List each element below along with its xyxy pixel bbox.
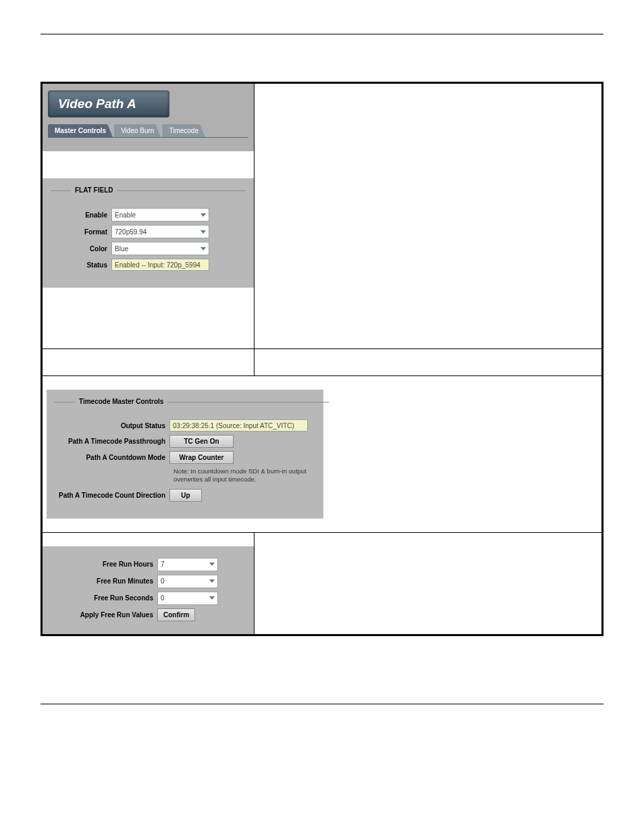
passthrough-label: Path A Timecode Passthrough <box>55 438 169 445</box>
countdown-note: Note: In countdown mode SDI & burn-in ou… <box>173 467 329 484</box>
page-rule-bottom <box>41 704 603 704</box>
chevron-down-icon <box>209 596 215 600</box>
status-label: Status <box>51 261 111 269</box>
tab-underline <box>48 137 248 138</box>
free-run-seconds-label: Free Run Seconds <box>49 594 157 602</box>
format-value: 720p59.94 <box>115 228 146 236</box>
tc-master-legend: Timecode Master Controls <box>75 398 167 405</box>
output-status-readout: 03:29:38:25.1 (Source: Input ATC_VITC) <box>169 419 308 432</box>
chevron-down-icon <box>209 579 215 583</box>
free-run-seconds-dropdown[interactable]: 0 <box>157 592 218 605</box>
count-direction-button[interactable]: Up <box>169 489 202 502</box>
format-label: Format <box>51 228 111 236</box>
chevron-down-icon <box>200 230 206 234</box>
format-dropdown[interactable]: 720p59.94 <box>111 225 209 238</box>
free-run-minutes-value: 0 <box>161 577 165 585</box>
tab-row: Master Controls Video Burn Timecode <box>48 124 248 137</box>
tab-master-controls[interactable]: Master Controls <box>48 124 113 137</box>
video-path-title: Video Path A <box>48 90 169 118</box>
enable-label: Enable <box>51 211 111 219</box>
free-run-minutes-dropdown[interactable]: 0 <box>157 575 218 588</box>
page-rule-top <box>41 34 603 34</box>
status-value: Enabled -- Input: 720p_5994 <box>115 261 200 269</box>
enable-value: Enable <box>115 211 136 219</box>
timecode-master-panel: Timecode Master Controls Output Status 0… <box>47 390 323 519</box>
output-status-label: Output Status <box>55 422 169 429</box>
color-dropdown[interactable]: Blue <box>111 242 209 255</box>
free-run-minutes-label: Free Run Minutes <box>49 577 157 585</box>
free-run-hours-label: Free Run Hours <box>49 561 157 568</box>
main-content-box: Video Path A Master Controls Video Burn … <box>41 82 603 636</box>
tab-timecode[interactable]: Timecode <box>162 124 205 137</box>
output-status-value: 03:29:38:25.1 (Source: Input ATC_VITC) <box>173 422 294 429</box>
chevron-down-icon <box>200 247 206 251</box>
tab-video-burn[interactable]: Video Burn <box>114 124 161 137</box>
flat-field-panel: FLAT FIELD Enable Enable Format <box>43 178 254 288</box>
color-label: Color <box>51 245 111 253</box>
confirm-button[interactable]: Confirm <box>157 608 195 621</box>
flat-field-legend: FLAT FIELD <box>71 186 117 194</box>
apply-free-run-label: Apply Free Run Values <box>49 611 157 619</box>
free-run-panel: Free Run Hours 7 Free Run Minutes 0 <box>43 546 254 634</box>
free-run-hours-value: 7 <box>161 561 165 568</box>
status-readout: Enabled -- Input: 720p_5994 <box>111 259 209 271</box>
video-path-header: Video Path A Master Controls Video Burn … <box>43 84 254 151</box>
wrap-counter-button[interactable]: Wrap Counter <box>169 451 234 464</box>
tc-gen-on-button[interactable]: TC Gen On <box>169 435 234 448</box>
free-run-seconds-value: 0 <box>161 594 165 602</box>
free-run-hours-dropdown[interactable]: 7 <box>157 558 218 571</box>
count-direction-label: Path A Timecode Count Direction <box>55 492 169 499</box>
chevron-down-icon <box>209 563 215 566</box>
flat-field-description <box>254 84 601 151</box>
chevron-down-icon <box>200 213 206 217</box>
enable-dropdown[interactable]: Enable <box>111 208 209 221</box>
color-value: Blue <box>115 245 128 253</box>
countdown-mode-label: Path A Countdown Mode <box>55 454 169 461</box>
free-run-description <box>254 533 601 600</box>
